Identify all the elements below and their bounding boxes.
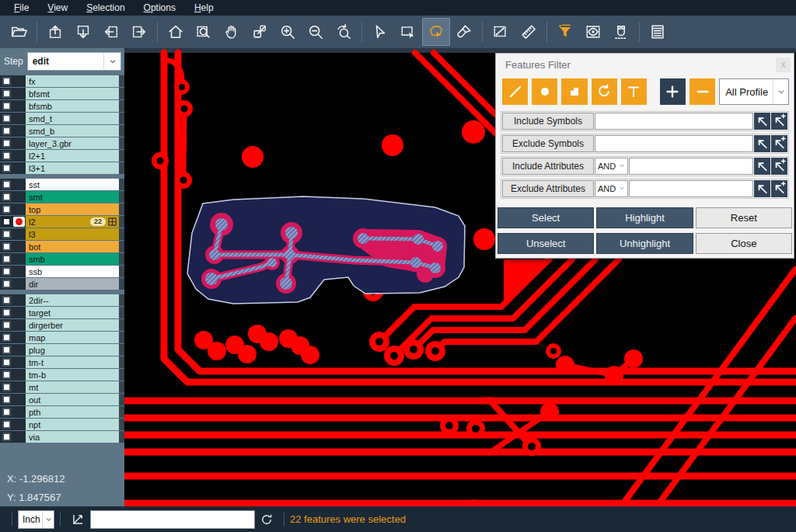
pick-icon[interactable] <box>754 180 770 197</box>
layer-color-bar[interactable]: via <box>26 431 119 443</box>
layer-color-bar[interactable]: bfsmt <box>26 88 119 99</box>
layer-color-bar[interactable]: smt <box>26 191 119 203</box>
pick-icon[interactable] <box>754 158 770 175</box>
zoom-out-icon[interactable] <box>302 18 330 46</box>
layer-checkbox[interactable] <box>2 358 11 367</box>
layer-checkbox[interactable] <box>2 164 11 172</box>
layer-row-npt[interactable]: npt <box>0 419 124 430</box>
zoom-selection-icon[interactable] <box>246 18 274 46</box>
layer-checkbox[interactable] <box>2 321 11 329</box>
menu-item-options[interactable]: Options <box>136 2 183 15</box>
grid-icon[interactable] <box>108 217 117 226</box>
include-symbols-button[interactable]: Include Symbols <box>502 113 594 130</box>
layer-checkbox[interactable] <box>2 127 11 135</box>
layer-color-bar[interactable]: l2+1 <box>26 150 119 162</box>
layer-row-fx[interactable]: fx <box>0 75 124 87</box>
layer-color-bar[interactable]: pth <box>26 406 119 418</box>
refresh-icon[interactable] <box>260 513 274 527</box>
chevron-down-icon[interactable] <box>618 161 627 172</box>
layer-color-bar[interactable]: layer_3.gbr <box>26 137 119 149</box>
measure-ruler-icon[interactable] <box>515 18 543 46</box>
pan-up-icon[interactable] <box>41 18 69 46</box>
profile-dropdown[interactable]: All Profile <box>719 78 789 105</box>
layer-checkbox[interactable] <box>2 114 11 123</box>
layer-row-tm-t[interactable]: tm-t <box>0 356 124 368</box>
pick-icon[interactable] <box>754 113 770 130</box>
chevron-down-icon[interactable] <box>42 511 54 528</box>
close-icon[interactable]: x <box>776 57 791 72</box>
open-file-icon[interactable] <box>5 18 33 46</box>
filter-lines-button[interactable] <box>502 78 528 105</box>
layer-checkbox[interactable] <box>2 383 11 391</box>
chevron-down-icon[interactable] <box>103 53 120 70</box>
layer-color-bar[interactable]: smd_t <box>26 113 119 124</box>
layer-color-bar[interactable]: 2dir-- <box>26 294 119 306</box>
layer-row-out[interactable]: out <box>0 394 124 405</box>
layer-row-bfsmb[interactable]: bfsmb <box>0 100 124 112</box>
layer-checkbox[interactable] <box>2 280 11 288</box>
dialog-titlebar[interactable]: Features Filter x <box>496 54 794 74</box>
pick-add-icon[interactable] <box>771 135 787 152</box>
layer-row-pth[interactable]: pth <box>0 406 124 418</box>
zoom-home-icon[interactable] <box>162 18 190 46</box>
layer-checkbox[interactable] <box>2 433 11 441</box>
exclude-attributes-operator-dropdown[interactable]: AND <box>595 180 628 197</box>
layer-color-bar[interactable]: l3+1 <box>26 162 119 174</box>
layer-row-dir[interactable]: dir <box>0 278 124 290</box>
close-button[interactable]: Close <box>696 233 792 254</box>
layer-row-top[interactable]: top <box>0 203 124 215</box>
layer-checkbox[interactable] <box>2 230 11 238</box>
layer-color-bar[interactable]: dirgerber <box>26 319 119 331</box>
exclude-symbols-input[interactable] <box>595 135 753 152</box>
menu-item-file[interactable]: File <box>6 2 37 15</box>
layer-checkbox[interactable] <box>2 77 11 85</box>
layer-color-bar[interactable]: map <box>26 332 119 343</box>
layer-checkbox[interactable] <box>2 151 11 160</box>
zoom-window-icon[interactable] <box>190 18 218 46</box>
layer-checkbox[interactable] <box>2 255 11 263</box>
include-symbols-input[interactable] <box>595 113 753 130</box>
layer-checkbox[interactable] <box>2 139 11 148</box>
layer-row-smd_b[interactable]: smd_b <box>0 125 124 137</box>
exclude-symbols-button[interactable]: Exclude Symbols <box>502 135 594 152</box>
pan-hand-icon[interactable] <box>218 18 246 46</box>
layer-row-dirgerber[interactable]: dirgerber <box>0 319 124 331</box>
features-filter-icon[interactable] <box>551 18 579 46</box>
layer-checkbox[interactable] <box>2 395 11 404</box>
select-button[interactable]: Select <box>498 207 594 228</box>
active-layer-indicator[interactable] <box>13 217 25 227</box>
layer-row-sst[interactable]: sst <box>0 179 124 190</box>
pan-right-icon[interactable] <box>125 18 153 46</box>
layer-row-tm-b[interactable]: tm-b <box>0 369 124 381</box>
exclude-attributes-input[interactable] <box>629 180 753 197</box>
layer-checkbox[interactable] <box>2 370 11 379</box>
layer-color-bar[interactable]: tm-t <box>26 356 119 368</box>
layer-row-l2+1[interactable]: l2+1 <box>0 150 124 162</box>
pick-add-icon[interactable] <box>771 113 787 130</box>
layer-row-l2[interactable]: l222 <box>0 216 124 228</box>
layer-color-bar[interactable]: target <box>26 307 119 318</box>
pan-left-icon[interactable] <box>97 18 125 46</box>
view-box-icon[interactable] <box>579 18 607 46</box>
unselect-button[interactable]: Unselect <box>498 233 594 254</box>
layer-checkbox[interactable] <box>2 217 11 226</box>
layer-checkbox[interactable] <box>2 408 11 416</box>
layer-color-bar[interactable]: smb <box>26 253 119 265</box>
layer-checkbox[interactable] <box>2 193 11 201</box>
filter-surfaces-button[interactable] <box>561 78 587 105</box>
layer-checkbox[interactable] <box>2 333 11 342</box>
pick-icon[interactable] <box>754 135 770 152</box>
layer-row-bot[interactable]: bot <box>0 241 124 252</box>
layer-checkbox[interactable] <box>2 420 11 429</box>
pan-down-icon[interactable] <box>69 18 97 46</box>
layer-color-bar[interactable]: mt <box>26 381 119 393</box>
layer-checkbox[interactable] <box>2 308 11 317</box>
filter-include-mode-button[interactable] <box>660 78 686 105</box>
layer-row-target[interactable]: target <box>0 307 124 318</box>
snap-icon[interactable] <box>607 18 635 46</box>
filter-arcs-button[interactable] <box>592 78 617 105</box>
layer-color-bar[interactable]: bot <box>26 241 119 252</box>
layer-row-l3+1[interactable]: l3+1 <box>0 162 124 174</box>
filter-pads-button[interactable] <box>532 78 557 105</box>
layer-checkbox[interactable] <box>2 89 11 98</box>
